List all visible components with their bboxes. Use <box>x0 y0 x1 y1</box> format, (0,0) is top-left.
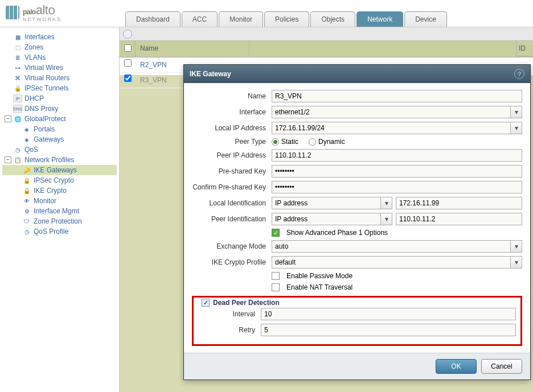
label-nat-t: Enable NAT Traversal <box>286 283 352 291</box>
passive-mode-checkbox[interactable] <box>272 272 280 280</box>
peer-ip-input[interactable] <box>272 149 522 162</box>
sidebar-item-monitor[interactable]: 👁Monitor <box>2 196 117 206</box>
key-icon: 🔑 <box>22 166 31 174</box>
globe-icon: 🌐 <box>13 115 22 123</box>
label-dpd: Dead Peer Detection <box>213 299 280 307</box>
vlan-icon: ≣ <box>13 53 22 61</box>
label-local-id: Local Identification <box>192 199 272 207</box>
tab-monitor[interactable]: Monitor <box>219 11 263 27</box>
radio-icon <box>309 138 316 146</box>
chevron-down-icon[interactable]: ▾ <box>510 122 522 134</box>
label-exchange: Exchange Mode <box>192 242 272 250</box>
show-advanced-checkbox[interactable]: ✓ <box>272 229 280 237</box>
peer-id-type-select[interactable]: ▾ <box>272 213 392 225</box>
local-id-type-select[interactable]: ▾ <box>272 197 392 209</box>
search-icon[interactable] <box>123 30 132 39</box>
local-id-value-input[interactable] <box>396 197 522 209</box>
chevron-down-icon[interactable]: ▾ <box>510 106 522 118</box>
radio-static[interactable]: Static <box>272 138 298 146</box>
qos-icon: ◷ <box>13 146 22 154</box>
collapse-icon[interactable]: − <box>5 115 11 122</box>
sidebar-item-globalprotect[interactable]: −🌐GlobalProtect <box>2 114 117 124</box>
dpd-fieldset: ✓Dead Peer Detection Interval Retry <box>192 296 522 346</box>
nat-traversal-checkbox[interactable] <box>272 283 280 291</box>
name-input[interactable] <box>272 90 522 102</box>
sidebar-item-dns-proxy[interactable]: DNSDNS Proxy <box>2 104 117 114</box>
vrouter-icon: ⌘ <box>13 74 22 82</box>
tab-network[interactable]: Network <box>356 11 403 27</box>
ipsec-icon: 🔒 <box>13 84 22 92</box>
dialog-titlebar[interactable]: IKE Gateway ? <box>184 65 530 83</box>
label-retry: Retry <box>198 326 261 334</box>
peer-id-value-input[interactable] <box>396 213 522 225</box>
sidebar-item-interface-mgmt[interactable]: ⚙Interface Mgmt <box>2 206 117 216</box>
logo-icon <box>6 6 19 19</box>
row-checkbox[interactable] <box>124 75 132 82</box>
tab-acc[interactable]: ACC <box>182 11 218 27</box>
column-name[interactable]: Name <box>136 41 249 57</box>
ike-gateway-dialog: IKE Gateway ? Name Interface▾ Local IP A… <box>183 64 531 380</box>
column-id[interactable]: ID <box>516 41 533 56</box>
local-ip-select[interactable]: ▾ <box>272 122 522 134</box>
sidebar-item-network-profiles[interactable]: −📋Network Profiles <box>2 155 117 165</box>
main-tabs: Dashboard ACC Monitor Policies Objects N… <box>120 11 447 27</box>
column-spacer <box>249 41 533 57</box>
sidebar-item-ike-crypto[interactable]: 🔒IKE Crypto <box>2 185 117 196</box>
sidebar-item-vlans[interactable]: ≣VLANs <box>2 52 117 63</box>
profiles-icon: 📋 <box>13 156 22 164</box>
tab-dashboard[interactable]: Dashboard <box>125 11 181 27</box>
dpd-checkbox[interactable]: ✓ <box>202 299 210 307</box>
sidebar-item-interfaces[interactable]: ▦Interfaces <box>2 32 117 42</box>
brand-text: paloalto <box>23 3 55 17</box>
collapse-icon[interactable]: − <box>5 156 11 163</box>
sidebar-item-ike-gateways[interactable]: 🔑IKE Gateways <box>2 165 117 175</box>
sidebar-item-dhcp[interactable]: IPDHCP <box>2 93 117 104</box>
label-local-ip: Local IP Address <box>192 124 272 132</box>
sidebar-item-qos-profile[interactable]: ◷QoS Profile <box>2 226 117 237</box>
eye-icon: 👁 <box>22 197 31 205</box>
chevron-down-icon[interactable]: ▾ <box>380 197 392 209</box>
select-all-column[interactable] <box>120 41 136 57</box>
radio-dynamic[interactable]: Dynamic <box>309 138 345 146</box>
label-ike-crypto: IKE Crypto Profile <box>192 258 272 266</box>
dialog-footer: OK Cancel <box>184 353 530 379</box>
sidebar-item-virtual-routers[interactable]: ⌘Virtual Routers <box>2 73 117 83</box>
lock-icon: 🔒 <box>22 176 31 184</box>
interface-select[interactable]: ▾ <box>272 106 522 118</box>
chevron-down-icon[interactable]: ▾ <box>510 241 522 252</box>
tab-device[interactable]: Device <box>404 11 447 27</box>
label-peer-id: Peer Identification <box>192 215 272 223</box>
sidebar-item-portals[interactable]: ◈Portals <box>2 124 117 134</box>
qos-icon: ◷ <box>22 228 31 236</box>
psk-input[interactable] <box>272 165 522 178</box>
brand-subtext: NETWORKS <box>23 16 62 22</box>
lock-icon: 🔒 <box>22 187 31 195</box>
tab-objects[interactable]: Objects <box>310 11 355 27</box>
sidebar-item-gateways[interactable]: ◈Gateways <box>2 134 117 145</box>
label-name: Name <box>192 92 272 100</box>
confirm-psk-input[interactable] <box>272 181 522 193</box>
sidebar-item-ipsec-crypto[interactable]: 🔒IPSec Crypto <box>2 175 117 185</box>
chevron-down-icon[interactable]: ▾ <box>510 257 522 268</box>
tab-policies[interactable]: Policies <box>264 11 309 27</box>
ok-button[interactable]: OK <box>436 359 477 374</box>
interfaces-icon: ▦ <box>13 33 22 41</box>
sidebar-item-virtual-wires[interactable]: ⊶Virtual Wires <box>2 63 117 73</box>
cancel-button[interactable]: Cancel <box>481 359 522 374</box>
label-interface: Interface <box>192 108 272 116</box>
ike-crypto-select[interactable]: ▾ <box>272 256 522 269</box>
chevron-down-icon[interactable]: ▾ <box>380 213 392 225</box>
help-icon[interactable]: ? <box>514 69 524 79</box>
label-interval: Interval <box>198 310 261 318</box>
sidebar-item-ipsec-tunnels[interactable]: 🔒IPSec Tunnels <box>2 83 117 93</box>
sidebar-item-zone-protection[interactable]: 🛡Zone Protection <box>2 216 117 226</box>
vwire-icon: ⊶ <box>13 64 22 72</box>
sidebar-item-qos[interactable]: ◷QoS <box>2 145 117 155</box>
interval-input[interactable] <box>261 308 516 320</box>
exchange-mode-select[interactable]: ▾ <box>272 240 522 253</box>
sidebar-item-zones[interactable]: ⬚Zones <box>2 42 117 52</box>
dialog-title-text: IKE Gateway <box>190 70 231 78</box>
retry-input[interactable] <box>261 324 516 336</box>
portal-icon: ◈ <box>22 125 31 133</box>
row-checkbox[interactable] <box>124 59 132 67</box>
